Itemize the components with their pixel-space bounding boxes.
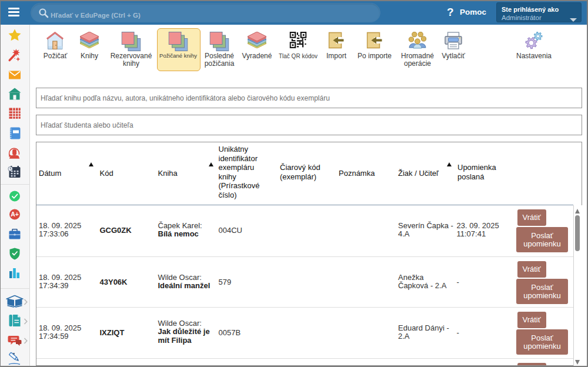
svg-text:A+: A+	[11, 211, 19, 218]
